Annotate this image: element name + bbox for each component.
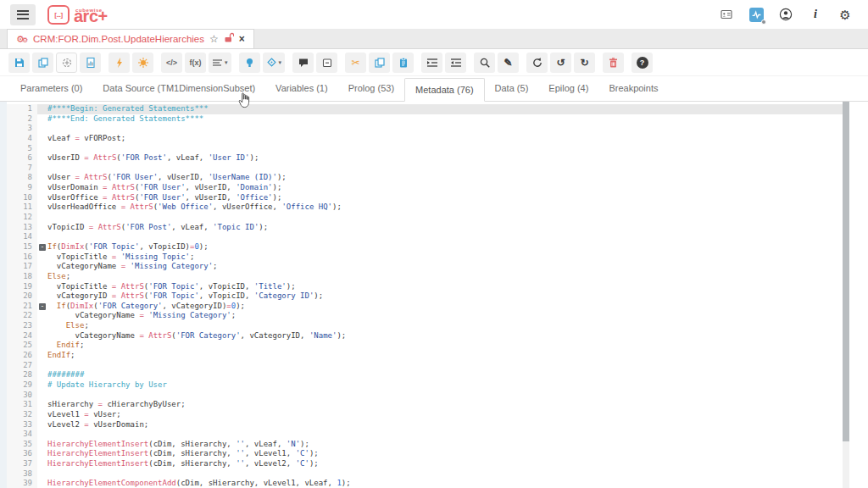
code-line[interactable]: 19 vTopicTitle = AttrS('FOR Topic', vTop… [7, 282, 843, 292]
unlock-icon[interactable] [224, 31, 234, 47]
tab-data-source-tm1dimensionsubset[interactable]: Data Source (TM1DimensionSubset) [92, 77, 265, 101]
status-dot [761, 19, 766, 25]
help-button[interactable]: ? [632, 53, 653, 73]
favorite-star-icon[interactable]: ☆ [209, 34, 219, 44]
crosshair-button[interactable] [56, 53, 77, 73]
code-line[interactable]: 5 [7, 144, 843, 154]
vertical-scrollbar[interactable] [843, 102, 849, 488]
code-text [47, 391, 843, 401]
function-button[interactable]: f(x) [185, 53, 206, 73]
code-view-button[interactable]: </> [161, 53, 182, 73]
code-line[interactable]: 32vLevel1 = vUser; [7, 410, 843, 420]
scrollbar-thumb[interactable] [843, 102, 849, 441]
fold-marker-icon [37, 351, 47, 361]
tab-data-5[interactable]: Data (5) [485, 77, 539, 101]
paste-button[interactable] [392, 53, 414, 73]
code-line[interactable]: 35HierarchyElementInsert(cDim, sHierarch… [7, 440, 843, 450]
code-line[interactable]: 11vUserHeadOffice = AttrS('Web Office', … [7, 202, 843, 213]
code-line[interactable]: 33vLevel2 = vUserDomain; [7, 420, 843, 430]
code-text: HierarchyElementInsert(cDim, sHierarchy,… [47, 459, 843, 469]
comments-button[interactable] [292, 53, 314, 73]
tab-metadata-76[interactable]: Metadata (76) [404, 78, 484, 102]
code-line[interactable]: 27 [7, 361, 843, 371]
activity-icon[interactable] [748, 7, 764, 22]
code-line[interactable]: 9vUserDomain = AttrS('FOR User', vUserID… [7, 183, 843, 193]
code-line[interactable]: 20 vCategoryID = AttrS('FOR Topic', vTop… [7, 291, 843, 302]
code-line[interactable]: 25 Endif; [7, 341, 843, 351]
debug-button[interactable] [132, 53, 153, 73]
copy-button[interactable] [369, 53, 390, 73]
line-number: 32 [7, 410, 37, 420]
settings-icon[interactable]: ⚙ [837, 7, 853, 22]
hamburger-menu-button[interactable] [10, 4, 36, 25]
code-line[interactable]: 2#****End: Generated Statements**** [7, 114, 843, 125]
refresh-button[interactable] [526, 53, 548, 73]
run-button[interactable] [108, 53, 130, 73]
code-line[interactable]: 12 [7, 213, 843, 223]
code-line[interactable]: 13vTopicID = AttrS('FOR Post', vLeaf, 'T… [7, 223, 843, 233]
code-line[interactable]: 34 [7, 430, 843, 440]
fold-marker-icon [37, 153, 47, 164]
code-line[interactable]: 30 [7, 391, 843, 401]
code-line[interactable]: 26EndIf; [7, 351, 843, 361]
code-line[interactable]: 39HierarchyElementComponentAdd(cDim, sHi… [7, 479, 843, 488]
user-icon[interactable] [778, 7, 793, 22]
code-line[interactable]: 18Else; [7, 272, 843, 282]
line-number: 31 [7, 400, 37, 410]
document-tab[interactable]: ⚙⚙ CRM:FOR.Dim.Post.UpdateHierarchies ☆ … [7, 29, 254, 48]
delete-button[interactable] [603, 53, 624, 73]
code-line[interactable]: 3 [7, 124, 843, 134]
code-line[interactable]: 10vUserOffice = AttrS('FOR User', vUserI… [7, 193, 843, 203]
code-line[interactable]: 8vUser = AttrS('FOR User', vUserID, 'Use… [7, 173, 843, 183]
indent-icon [426, 58, 438, 68]
code-area[interactable]: 1#****Begin: Generated Statements***2#**… [7, 102, 843, 488]
undo-button[interactable]: ↺ [550, 53, 571, 73]
navigate-button[interactable]: ▾ [263, 53, 286, 73]
code-line[interactable]: 21- If(DimIx('FOR Category', vCategoryID… [7, 302, 843, 312]
code-line[interactable]: 17 vCategoryName = 'Missing Category'; [7, 262, 843, 272]
hint-button[interactable] [239, 53, 260, 73]
close-icon[interactable]: × [239, 34, 245, 44]
line-number: 7 [7, 164, 37, 174]
code-line[interactable]: 23 Else; [7, 321, 843, 331]
redo-button[interactable]: ↻ [574, 53, 595, 73]
code-line[interactable]: 7 [7, 164, 843, 174]
outdent-button[interactable] [445, 53, 466, 73]
code-line[interactable]: 29# Update Hierarchy by User [7, 380, 843, 391]
code-line[interactable]: 1#****Begin: Generated Statements*** [7, 104, 843, 114]
fold-marker-icon [37, 282, 47, 292]
code-line[interactable]: 28######## [7, 370, 843, 380]
tab-parameters-0[interactable]: Parameters (0) [10, 77, 92, 101]
code-line[interactable]: 24 vCategoryName = AttrS('FOR Category',… [7, 331, 843, 341]
duplicate-button[interactable] [32, 53, 53, 73]
cubewise-label: cubewise [75, 2, 103, 19]
info-icon[interactable]: i [808, 7, 823, 22]
tab-epilog-4[interactable]: Epilog (4) [538, 77, 598, 101]
code-line[interactable]: 22 vCategoryName = 'Missing Category'; [7, 311, 843, 321]
code-line[interactable]: 6vUserID = AttrS('FOR Post', vLeaf, 'Use… [7, 153, 843, 164]
collapse-button[interactable] [316, 53, 337, 73]
code-line[interactable]: 31sHierarchy = cHierarchyByUser; [7, 400, 843, 410]
search-button[interactable] [474, 53, 495, 73]
indent-button[interactable] [421, 53, 442, 73]
code-line[interactable]: 14 [7, 232, 843, 242]
code-line[interactable]: 37HierarchyElementInsert(cDim, sHierarch… [7, 459, 843, 469]
document-chart-button[interactable] [80, 53, 101, 73]
tab-breakpoints[interactable]: Breakpoints [598, 77, 668, 101]
address-card-icon[interactable] [719, 7, 734, 22]
line-number: 17 [7, 262, 37, 272]
code-line[interactable]: 4vLeaf = vFORPost; [7, 134, 843, 144]
code-line[interactable]: 38 [7, 469, 843, 480]
code-line[interactable]: 36HierarchyElementInsert(cDim, sHierarch… [7, 449, 843, 459]
code-text: vTopicID = AttrS('FOR Post', vLeaf, 'Top… [47, 223, 843, 233]
code-line[interactable]: 16 vTopicTitle = 'Missing Topic'; [7, 252, 843, 263]
code-line[interactable]: 15-If(DimIx('FOR Topic', vTopicID)=0); [7, 242, 843, 252]
fold-marker-icon[interactable]: - [37, 242, 47, 252]
tab-variables-1[interactable]: Variables (1) [265, 77, 338, 101]
format-lines-button[interactable]: ▾ [209, 53, 231, 73]
tab-prolog-53[interactable]: Prolog (53) [338, 77, 404, 101]
fold-marker-icon[interactable]: - [37, 302, 47, 312]
save-button[interactable] [8, 53, 30, 73]
cut-button[interactable]: ✂ [345, 53, 366, 73]
edit-button[interactable]: ✎ [498, 53, 519, 73]
